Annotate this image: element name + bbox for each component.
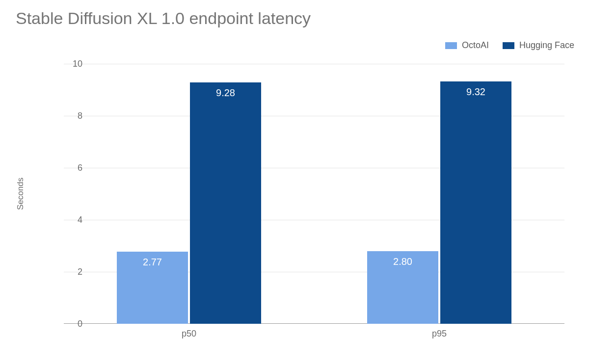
chart-legend: OctoAI Hugging Face xyxy=(445,40,574,51)
legend-item-octoai: OctoAI xyxy=(445,40,489,51)
bar-value-label: 2.80 xyxy=(393,256,412,267)
bar-pair: 2.809.32 xyxy=(367,81,511,324)
chart-title: Stable Diffusion XL 1.0 endpoint latency xyxy=(16,9,311,28)
bar-octoai: 2.80 xyxy=(367,251,438,324)
bar-hugging-face: 9.28 xyxy=(190,82,261,324)
bar-group: 2.779.28 xyxy=(64,64,314,324)
y-tick-label: 10 xyxy=(53,59,82,69)
plot-area: 2.779.282.809.32 xyxy=(64,64,564,324)
legend-item-huggingface: Hugging Face xyxy=(503,40,574,51)
bar-groups: 2.779.282.809.32 xyxy=(64,64,564,324)
y-tick-label: 8 xyxy=(53,111,82,121)
legend-label-octoai: OctoAI xyxy=(462,40,489,51)
y-tick-label: 4 xyxy=(53,215,82,225)
bar-group: 2.809.32 xyxy=(314,64,564,324)
y-tick-label: 2 xyxy=(53,267,82,277)
legend-swatch-octoai xyxy=(445,42,457,49)
y-tick-label: 0 xyxy=(53,319,82,329)
chart-root: Stable Diffusion XL 1.0 endpoint latency… xyxy=(0,0,589,364)
bar-value-label: 9.28 xyxy=(216,87,235,99)
y-tick-label: 6 xyxy=(53,163,82,173)
bar-octoai: 2.77 xyxy=(117,252,188,324)
x-tick-label: p50 xyxy=(182,329,196,339)
bar-value-label: 9.32 xyxy=(466,86,485,98)
bar-hugging-face: 9.32 xyxy=(440,81,511,324)
bar-pair: 2.779.28 xyxy=(117,82,261,324)
legend-swatch-huggingface xyxy=(503,42,514,49)
bar-value-label: 2.77 xyxy=(143,257,162,268)
y-axis-label: Seconds xyxy=(16,178,26,210)
legend-label-huggingface: Hugging Face xyxy=(519,40,574,51)
x-tick-label: p95 xyxy=(432,329,447,339)
